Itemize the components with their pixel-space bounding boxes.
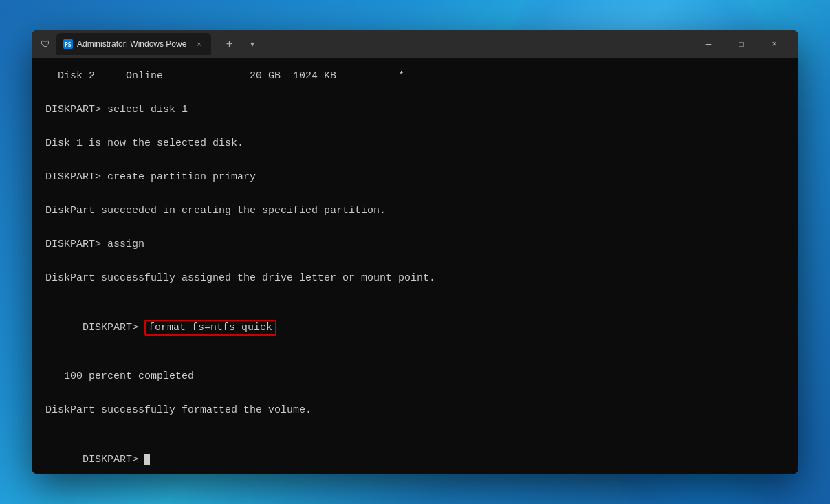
empty-line-9 — [45, 386, 785, 402]
dropdown-button[interactable]: ▾ — [244, 36, 261, 52]
minimize-button[interactable]: ─ — [692, 33, 724, 55]
cmd-select-disk: DISKPART> select disk 1 — [45, 102, 785, 118]
out-percent-completed: 100 percent completed — [45, 369, 785, 385]
cmd-format-line: DISKPART> format fs=ntfs quick — [45, 305, 785, 351]
cmd-assign: DISKPART> assign — [45, 237, 785, 253]
terminal-content[interactable]: Disk 2 Online 20 GB 1024 KB * DISKPART> … — [32, 58, 798, 474]
empty-line-10 — [45, 420, 785, 436]
final-prompt-text: DISKPART> — [83, 454, 144, 465]
active-tab[interactable]: PS Administrator: Windows Powe × — [56, 33, 211, 55]
disk2-line: Disk 2 Online 20 GB 1024 KB * — [45, 69, 785, 85]
svg-text:PS: PS — [65, 42, 72, 48]
new-tab-button[interactable]: + — [219, 34, 239, 54]
tab-title: Administrator: Windows Powe — [77, 39, 186, 49]
empty-line-4 — [45, 187, 785, 203]
cmd-format-prefix: DISKPART> — [83, 322, 144, 333]
out-assigned: DiskPart successfully assigned the drive… — [45, 271, 785, 287]
empty-line-2 — [45, 120, 785, 135]
empty-line-6 — [45, 254, 785, 270]
close-button[interactable]: × — [758, 33, 790, 55]
titlebar: 🛡 PS Administrator: Windows Powe × + ▾ ─… — [32, 30, 798, 58]
terminal-window: 🛡 PS Administrator: Windows Powe × + ▾ ─… — [32, 30, 798, 474]
highlighted-format-command: format fs=ntfs quick — [144, 320, 276, 336]
powershell-icon: PS — [63, 39, 73, 49]
empty-line-5 — [45, 221, 785, 237]
out-partition-created: DiskPart succeeded in creating the speci… — [45, 204, 785, 219]
empty-line-3 — [45, 153, 785, 169]
titlebar-controls: ─ □ × — [692, 33, 790, 55]
final-prompt-line: DISKPART> — [45, 437, 785, 474]
tab-close-button[interactable]: × — [193, 39, 204, 50]
titlebar-left: 🛡 PS Administrator: Windows Powe × + ▾ — [40, 33, 692, 55]
empty-line-8 — [45, 353, 785, 369]
out-selected-disk: Disk 1 is now the selected disk. — [45, 136, 785, 152]
out-formatted: DiskPart successfully formatted the volu… — [45, 403, 785, 419]
empty-line-1 — [45, 86, 785, 102]
shield-icon: 🛡 — [40, 39, 51, 50]
empty-line-7 — [45, 288, 785, 304]
cursor — [144, 454, 150, 465]
cmd-create-partition: DISKPART> create partition primary — [45, 170, 785, 186]
maximize-button[interactable]: □ — [725, 33, 757, 55]
